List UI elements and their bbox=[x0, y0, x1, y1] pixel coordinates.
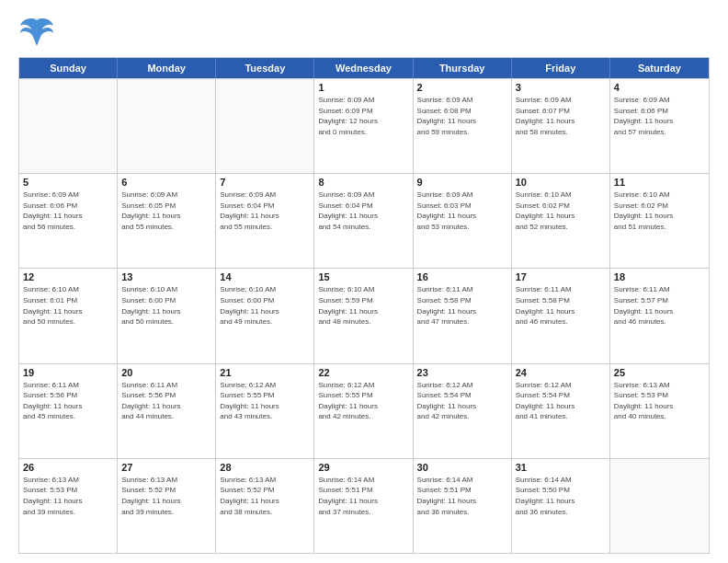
cell-info-line: Daylight: 11 hours bbox=[318, 306, 408, 317]
cell-info-line: Daylight: 11 hours bbox=[318, 401, 408, 412]
cell-info-line: Sunset: 5:56 PM bbox=[23, 390, 113, 401]
cell-info-line: and 52 minutes. bbox=[516, 222, 606, 233]
cell-info-line: Daylight: 11 hours bbox=[417, 211, 507, 222]
cell-info-line: Daylight: 11 hours bbox=[417, 306, 507, 317]
cell-info-line: Sunset: 5:58 PM bbox=[516, 295, 606, 306]
day-number-19: 19 bbox=[23, 367, 113, 378]
day-cell-21: 21Sunrise: 6:12 AMSunset: 5:55 PMDayligh… bbox=[216, 364, 314, 458]
cell-info-line: and 56 minutes. bbox=[23, 222, 113, 233]
day-cell-8: 8Sunrise: 6:09 AMSunset: 6:04 PMDaylight… bbox=[314, 174, 413, 268]
cell-info-line: Daylight: 11 hours bbox=[516, 401, 606, 412]
cell-info-line: Daylight: 11 hours bbox=[614, 401, 705, 412]
cell-info-line: and 58 minutes. bbox=[516, 127, 606, 138]
cell-info-line: and 41 minutes. bbox=[516, 411, 606, 422]
cell-info-line: Sunrise: 6:12 AM bbox=[220, 380, 310, 391]
day-number-10: 10 bbox=[516, 177, 606, 188]
day-number-23: 23 bbox=[417, 367, 507, 378]
cell-info-line: and 49 minutes. bbox=[220, 316, 310, 327]
cell-info-line: and 43 minutes. bbox=[220, 411, 310, 422]
cell-info-line: and 51 minutes. bbox=[614, 222, 705, 233]
day-cell-5: 5Sunrise: 6:09 AMSunset: 6:06 PMDaylight… bbox=[19, 174, 118, 268]
day-cell-11: 11Sunrise: 6:10 AMSunset: 6:02 PMDayligh… bbox=[610, 174, 709, 268]
cell-info-line: Daylight: 11 hours bbox=[121, 496, 211, 507]
cell-info-line: Sunset: 5:54 PM bbox=[516, 390, 606, 401]
cell-info-line: Daylight: 11 hours bbox=[220, 401, 310, 412]
cell-info-line: and 47 minutes. bbox=[417, 316, 507, 327]
cell-info-line: Daylight: 11 hours bbox=[23, 401, 113, 412]
cell-info-line: and 38 minutes. bbox=[220, 507, 310, 518]
cell-info-line: Sunrise: 6:13 AM bbox=[220, 475, 310, 486]
day-cell-26: 26Sunrise: 6:13 AMSunset: 5:53 PMDayligh… bbox=[19, 459, 118, 553]
empty-cell-4-6 bbox=[610, 459, 709, 553]
cell-info-line: Sunrise: 6:09 AM bbox=[23, 190, 113, 201]
day-cell-3: 3Sunrise: 6:09 AMSunset: 6:07 PMDaylight… bbox=[512, 79, 610, 173]
day-number-17: 17 bbox=[516, 271, 606, 282]
cell-info-line: Sunrise: 6:11 AM bbox=[121, 380, 211, 391]
cell-info-line: Sunrise: 6:09 AM bbox=[614, 95, 705, 106]
day-cell-1: 1Sunrise: 6:09 AMSunset: 6:09 PMDaylight… bbox=[314, 79, 413, 173]
day-number-4: 4 bbox=[614, 82, 705, 93]
cell-info-line: and 39 minutes. bbox=[121, 507, 211, 518]
day-number-2: 2 bbox=[417, 82, 507, 93]
cell-info-line: Sunset: 5:58 PM bbox=[417, 295, 507, 306]
cell-info-line: and 42 minutes. bbox=[417, 411, 507, 422]
cell-info-line: Sunrise: 6:11 AM bbox=[614, 284, 705, 295]
weekday-header-tuesday: Tuesday bbox=[216, 58, 314, 78]
cell-info-line: and 36 minutes. bbox=[417, 507, 507, 518]
day-cell-14: 14Sunrise: 6:10 AMSunset: 6:00 PMDayligh… bbox=[216, 269, 314, 362]
cell-info-line: Sunset: 5:57 PM bbox=[614, 295, 705, 306]
cell-info-line: and 50 minutes. bbox=[121, 316, 211, 327]
day-cell-18: 18Sunrise: 6:11 AMSunset: 5:57 PMDayligh… bbox=[610, 269, 709, 362]
weekday-header-sunday: Sunday bbox=[19, 58, 118, 78]
day-cell-16: 16Sunrise: 6:11 AMSunset: 5:58 PMDayligh… bbox=[414, 269, 512, 362]
empty-cell-0-1 bbox=[118, 79, 216, 173]
day-number-30: 30 bbox=[417, 462, 507, 473]
cell-info-line: and 40 minutes. bbox=[614, 411, 705, 422]
day-number-24: 24 bbox=[516, 367, 606, 378]
day-number-6: 6 bbox=[121, 177, 211, 188]
cell-info-line: Sunrise: 6:11 AM bbox=[516, 284, 606, 295]
cell-info-line: Sunset: 5:59 PM bbox=[318, 295, 408, 306]
cell-info-line: Sunrise: 6:09 AM bbox=[318, 95, 408, 106]
cell-info-line: Sunset: 5:51 PM bbox=[417, 485, 507, 496]
weekday-header-thursday: Thursday bbox=[414, 58, 512, 78]
day-cell-28: 28Sunrise: 6:13 AMSunset: 5:52 PMDayligh… bbox=[216, 459, 314, 553]
cell-info-line: Daylight: 11 hours bbox=[417, 401, 507, 412]
cell-info-line: Daylight: 11 hours bbox=[318, 496, 408, 507]
cell-info-line: Sunrise: 6:11 AM bbox=[417, 284, 507, 295]
empty-cell-0-2 bbox=[216, 79, 314, 173]
logo bbox=[18, 17, 59, 50]
cell-info-line: Sunset: 6:02 PM bbox=[614, 201, 705, 212]
cell-info-line: Sunrise: 6:13 AM bbox=[121, 475, 211, 486]
cell-info-line: Daylight: 11 hours bbox=[23, 306, 113, 317]
day-number-31: 31 bbox=[516, 462, 606, 473]
day-number-7: 7 bbox=[220, 177, 310, 188]
cell-info-line: Sunset: 5:56 PM bbox=[121, 390, 211, 401]
day-number-16: 16 bbox=[417, 271, 507, 282]
cell-info-line: Sunrise: 6:10 AM bbox=[121, 284, 211, 295]
cell-info-line: Sunset: 5:54 PM bbox=[417, 390, 507, 401]
calendar-body: 1Sunrise: 6:09 AMSunset: 6:09 PMDaylight… bbox=[19, 78, 709, 553]
cell-info-line: Sunrise: 6:10 AM bbox=[614, 190, 705, 201]
cell-info-line: Sunset: 5:53 PM bbox=[23, 485, 113, 496]
cell-info-line: and 37 minutes. bbox=[318, 507, 408, 518]
day-number-29: 29 bbox=[318, 462, 408, 473]
cell-info-line: Sunrise: 6:09 AM bbox=[417, 190, 507, 201]
cell-info-line: Sunrise: 6:09 AM bbox=[318, 190, 408, 201]
day-cell-25: 25Sunrise: 6:13 AMSunset: 5:53 PMDayligh… bbox=[610, 364, 709, 458]
cell-info-line: Sunrise: 6:12 AM bbox=[516, 380, 606, 391]
cell-info-line: Daylight: 11 hours bbox=[417, 116, 507, 127]
cell-info-line: Sunrise: 6:09 AM bbox=[516, 95, 606, 106]
day-cell-10: 10Sunrise: 6:10 AMSunset: 6:02 PMDayligh… bbox=[512, 174, 610, 268]
cell-info-line: and 0 minutes. bbox=[318, 127, 408, 138]
cell-info-line: Sunrise: 6:09 AM bbox=[121, 190, 211, 201]
day-number-15: 15 bbox=[318, 271, 408, 282]
cell-info-line: Sunset: 6:07 PM bbox=[516, 106, 606, 117]
cell-info-line: and 42 minutes. bbox=[318, 411, 408, 422]
cell-info-line: and 39 minutes. bbox=[23, 507, 113, 518]
cell-info-line: Sunrise: 6:13 AM bbox=[614, 380, 705, 391]
cell-info-line: Sunset: 6:06 PM bbox=[23, 201, 113, 212]
cell-info-line: Daylight: 11 hours bbox=[516, 116, 606, 127]
cell-info-line: Sunset: 6:03 PM bbox=[417, 201, 507, 212]
day-cell-23: 23Sunrise: 6:12 AMSunset: 5:54 PMDayligh… bbox=[414, 364, 512, 458]
